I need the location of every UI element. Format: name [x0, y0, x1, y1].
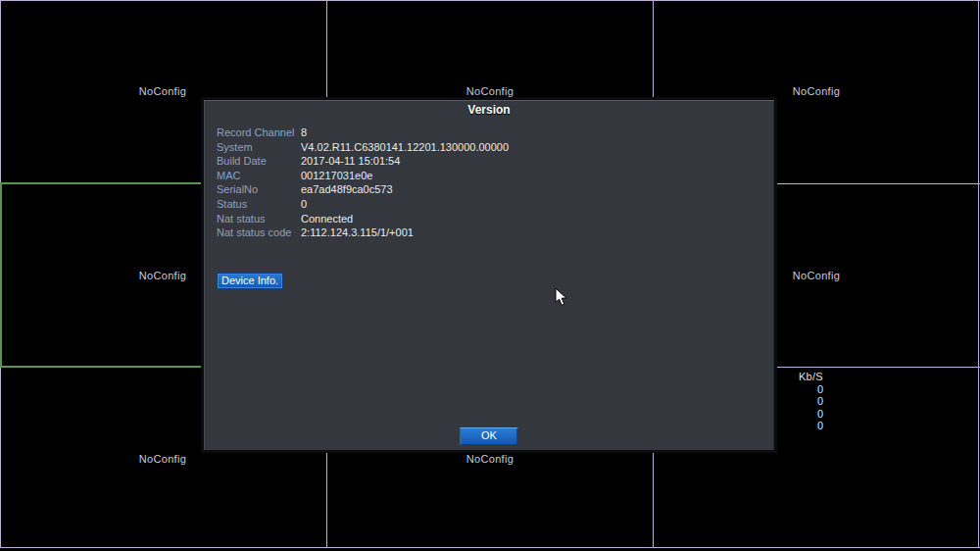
field-label: System — [217, 140, 301, 155]
grid-line-right — [978, 0, 979, 548]
field-row: Nat status code2:112.124.3.115/1/+001 — [217, 225, 509, 240]
field-value: 2:112.124.3.115/1/+001 — [301, 226, 414, 238]
field-label: Nat status — [217, 212, 301, 226]
noconfig-label-ch3: NoConfig — [793, 85, 840, 97]
dialog-title: Version — [204, 103, 774, 117]
field-label: SerialNo — [217, 182, 301, 197]
noconfig-label-ch6: NoConfig — [793, 270, 840, 281]
field-value: Connected — [301, 213, 353, 225]
field-label: Nat status code — [217, 225, 301, 240]
field-value: 0 — [301, 198, 307, 210]
field-label: Status — [217, 197, 301, 212]
version-dialog: Version Record Channel8 SystemV4.02.R11.… — [201, 97, 777, 453]
grid-line-top — [0, 0, 980, 1]
noconfig-label-ch4: NoConfig — [139, 270, 186, 281]
mouse-cursor-icon — [555, 287, 568, 311]
noconfig-label-ch7: NoConfig — [139, 453, 186, 465]
field-value: 8 — [301, 126, 307, 138]
field-row: Status0 — [217, 197, 509, 212]
field-value: V4.02.R11.C6380141.12201.130000.00000 — [301, 141, 509, 153]
field-value: 2017-04-11 15:01:54 — [301, 155, 400, 167]
ok-button[interactable]: OK — [461, 427, 518, 445]
field-row: SerialNoea7ad48f9ca0c573 — [217, 182, 509, 197]
field-row: MAC001217031e0e — [217, 169, 509, 183]
field-value: 001217031e0e — [301, 170, 372, 181]
version-fields: Record Channel8 SystemV4.02.R11.C6380141… — [217, 125, 509, 240]
noconfig-label-ch8: NoConfig — [466, 453, 514, 465]
field-row: Build Date2017-04-11 15:01:54 — [217, 154, 509, 169]
grid-line-bottom — [0, 547, 980, 548]
field-value: ea7ad48f9ca0c573 — [301, 183, 393, 195]
noconfig-label-ch1: NoConfig — [139, 85, 186, 97]
field-label: Build Date — [217, 154, 301, 169]
device-info-button[interactable]: Device Info. — [217, 273, 283, 289]
noconfig-label-ch2: NoConfig — [466, 85, 514, 97]
field-row: Nat statusConnected — [217, 212, 509, 226]
field-row: Record Channel8 — [217, 125, 509, 140]
field-row: SystemV4.02.R11.C6380141.12201.130000.00… — [217, 140, 509, 155]
selected-cell-border-left — [0, 182, 2, 368]
field-label: MAC — [217, 169, 301, 183]
field-label: Record Channel — [217, 125, 301, 140]
